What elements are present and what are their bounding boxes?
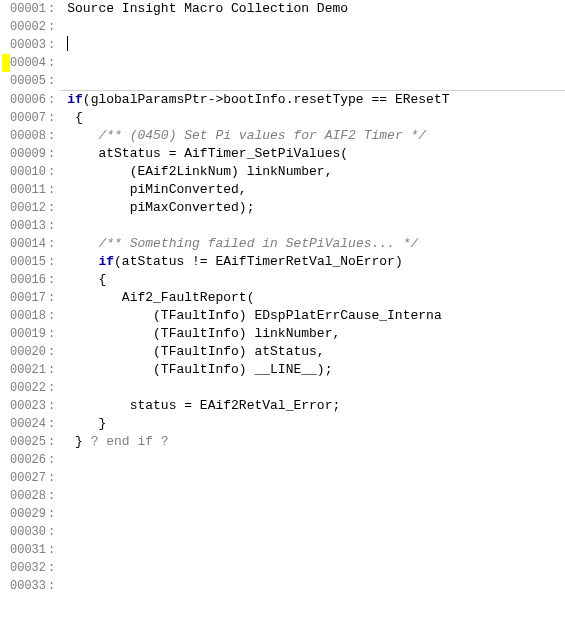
line-number: 00016 (10, 271, 46, 289)
line-content[interactable]: if(atStatus != EAifTimerRetVal_NoError) (59, 253, 402, 271)
code-line[interactable]: 00031: (0, 541, 565, 559)
code-line[interactable]: 00023: status = EAif2RetVal_Error; (0, 397, 565, 415)
line-content[interactable] (59, 54, 67, 72)
line-content[interactable]: { (59, 271, 106, 289)
line-content[interactable] (59, 217, 67, 235)
line-number-gutter: 00025: (0, 433, 59, 451)
line-content[interactable] (59, 505, 67, 523)
code-line[interactable]: 00007: { (0, 109, 565, 127)
line-content[interactable]: /** Something failed in SetPiValues... *… (59, 235, 418, 253)
code-line[interactable]: 00026: (0, 451, 565, 469)
line-content[interactable]: } (59, 415, 106, 433)
code-line[interactable]: 00014: /** Something failed in SetPiValu… (0, 235, 565, 253)
line-content[interactable] (59, 379, 67, 397)
line-number-gutter: 00013: (0, 217, 59, 235)
line-content[interactable]: Aif2_FaultReport( (59, 289, 254, 307)
code-line[interactable]: 00002: (0, 18, 565, 36)
line-mark (2, 361, 10, 379)
line-colon: : (46, 54, 55, 72)
code-line[interactable]: 00008: /** (0450) Set Pi values for AIF2… (0, 127, 565, 145)
line-content[interactable]: (TFaultInfo) EDspPlatErrCause_Interna (59, 307, 441, 325)
code-line[interactable]: 00018: (TFaultInfo) EDspPlatErrCause_Int… (0, 307, 565, 325)
code-line[interactable]: 00015: if(atStatus != EAifTimerRetVal_No… (0, 253, 565, 271)
code-line[interactable]: 00017: Aif2_FaultReport( (0, 289, 565, 307)
line-number: 00027 (10, 469, 46, 487)
code-line[interactable]: 00027: (0, 469, 565, 487)
code-line[interactable]: 00006:if(globalParamsPtr->bootInfo.reset… (0, 91, 565, 109)
code-line[interactable]: 00020: (TFaultInfo) atStatus, (0, 343, 565, 361)
code-line[interactable]: 00032: (0, 559, 565, 577)
line-mark (2, 379, 10, 397)
line-number-gutter: 00021: (0, 361, 59, 379)
code-line[interactable]: 00012: piMaxConverted); (0, 199, 565, 217)
line-colon: : (46, 307, 55, 325)
text-cursor (67, 36, 68, 51)
code-line[interactable]: 00021: (TFaultInfo) __LINE__); (0, 361, 565, 379)
comment: /** (0450) Set Pi values for AIF2 Timer … (98, 128, 426, 143)
line-content[interactable]: /** (0450) Set Pi values for AIF2 Timer … (59, 127, 426, 145)
line-number-gutter: 00007: (0, 109, 59, 127)
line-content[interactable]: (TFaultInfo) linkNumber, (59, 325, 340, 343)
line-content[interactable] (59, 523, 67, 541)
line-content[interactable] (59, 72, 67, 90)
code-line[interactable]: 00019: (TFaultInfo) linkNumber, (0, 325, 565, 343)
code-line[interactable]: 00009: atStatus = AifTimer_SetPiValues( (0, 145, 565, 163)
code-line[interactable]: 00030: (0, 523, 565, 541)
line-content[interactable]: atStatus = AifTimer_SetPiValues( (59, 145, 348, 163)
code-line[interactable]: 00013: (0, 217, 565, 235)
line-mark (2, 307, 10, 325)
code-editor[interactable]: 00001:Source Insight Macro Collection De… (0, 0, 565, 619)
code-line[interactable]: 00028: (0, 487, 565, 505)
line-colon: : (46, 127, 55, 145)
line-content[interactable]: } ? end if ? (59, 433, 168, 451)
line-mark (2, 577, 10, 595)
line-number: 00026 (10, 451, 46, 469)
line-content[interactable] (59, 451, 67, 469)
line-colon: : (46, 415, 55, 433)
code-text (67, 236, 98, 251)
code-text: piMinConverted, (67, 182, 246, 197)
code-line[interactable]: 00025: } ? end if ? (0, 433, 565, 451)
line-mark (2, 415, 10, 433)
line-content[interactable]: (TFaultInfo) atStatus, (59, 343, 324, 361)
code-line[interactable]: 00005: (0, 72, 565, 90)
line-content[interactable]: piMinConverted, (59, 181, 246, 199)
line-number: 00032 (10, 559, 46, 577)
line-content[interactable]: { (59, 109, 83, 127)
line-content[interactable]: (EAif2LinkNum) linkNumber, (59, 163, 332, 181)
line-content[interactable] (59, 541, 67, 559)
code-line[interactable]: 00016: { (0, 271, 565, 289)
code-line[interactable]: 00001:Source Insight Macro Collection De… (0, 0, 565, 18)
line-content[interactable] (59, 577, 67, 595)
line-number-gutter: 00018: (0, 307, 59, 325)
line-number-gutter: 00002: (0, 18, 59, 36)
line-content[interactable]: if(globalParamsPtr->bootInfo.resetType =… (59, 91, 449, 109)
line-content[interactable] (59, 18, 67, 36)
code-text (67, 254, 98, 269)
line-mark (2, 469, 10, 487)
code-line[interactable]: 00024: } (0, 415, 565, 433)
line-content[interactable] (59, 36, 68, 54)
line-content[interactable]: status = EAif2RetVal_Error; (59, 397, 340, 415)
code-line[interactable]: 00033: (0, 577, 565, 595)
line-content[interactable] (59, 469, 67, 487)
line-number-gutter: 00001: (0, 0, 59, 18)
line-mark (2, 18, 10, 36)
line-mark (2, 487, 10, 505)
line-mark (2, 91, 10, 109)
code-line[interactable]: 00029: (0, 505, 565, 523)
line-content[interactable]: piMaxConverted); (59, 199, 254, 217)
line-number: 00022 (10, 379, 46, 397)
code-line[interactable]: 00011: piMinConverted, (0, 181, 565, 199)
line-content[interactable] (59, 559, 67, 577)
line-mark (2, 127, 10, 145)
code-line[interactable]: 00010: (EAif2LinkNum) linkNumber, (0, 163, 565, 181)
line-mark (2, 181, 10, 199)
line-content[interactable]: (TFaultInfo) __LINE__); (59, 361, 332, 379)
line-content[interactable]: Source Insight Macro Collection Demo (59, 0, 348, 18)
line-number-gutter: 00023: (0, 397, 59, 415)
code-line[interactable]: 00004: (0, 54, 565, 72)
code-line[interactable]: 00022: (0, 379, 565, 397)
line-content[interactable] (59, 487, 67, 505)
code-line[interactable]: 00003: (0, 36, 565, 54)
